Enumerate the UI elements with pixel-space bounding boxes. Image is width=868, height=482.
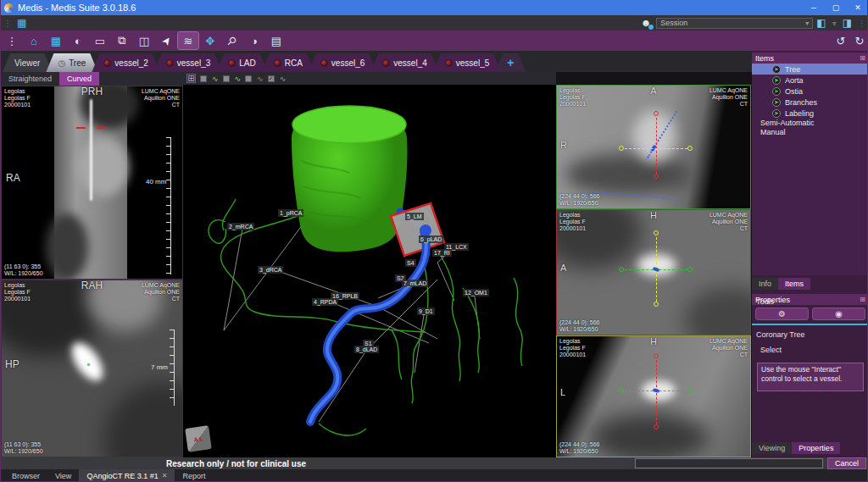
undo-icon[interactable]: ↺ <box>832 32 849 49</box>
cancel-button[interactable]: Cancel <box>827 457 866 469</box>
vessel-label[interactable]: 5_LM <box>405 213 424 220</box>
tab-viewer[interactable]: Viewer <box>3 53 52 72</box>
redo-icon[interactable]: ↻ <box>851 32 868 49</box>
user-session-icon[interactable]: ☻ <box>641 17 652 29</box>
tab-lad[interactable]: LAD <box>216 53 267 72</box>
orientation-label: R <box>560 141 567 148</box>
tab-label: LAD <box>239 58 255 68</box>
show-tree-checkbox[interactable] <box>200 75 207 82</box>
screen-capture-icon[interactable]: ◨ <box>839 17 855 29</box>
window-level-tool-icon[interactable]: ◑ <box>244 32 264 49</box>
item-status-icon: ➤ <box>772 109 781 118</box>
vessel-label[interactable]: S4 <box>405 259 416 267</box>
mpr-view-longitudinal-1[interactable]: LegolasLegolas F20000101 H LUMC AqONEAqu… <box>556 209 751 335</box>
tab-straightened[interactable]: Straightened <box>1 72 59 86</box>
pin-icon[interactable]: ✕ <box>162 472 168 479</box>
workspace: Straightened Curved Legolas Legolas F 20… <box>1 72 868 457</box>
tree-item-labeling[interactable]: ➤Labeling <box>752 108 868 119</box>
stack-scroll-icon[interactable]: ▤ <box>266 32 287 49</box>
vessel-label[interactable]: 6_pLAD <box>419 235 443 243</box>
app-tab-view[interactable]: View <box>47 469 79 482</box>
tab--[interactable]: + <box>495 53 526 72</box>
window-preset-icon[interactable]: ▭ <box>90 32 110 49</box>
toolbar-handle-icon[interactable]: ⋮ <box>2 32 22 49</box>
tab-vessel-6[interactable]: vessel_6 <box>309 53 376 72</box>
chevron-down-icon[interactable]: ▾ <box>830 19 839 28</box>
tab-rca[interactable]: RCA <box>262 53 314 72</box>
voxel-info: (224 44 0): 566W/L: 1920/650 <box>559 319 599 333</box>
tab-vessel-3[interactable]: vessel_3 <box>154 53 222 72</box>
tree-item-aorta[interactable]: ➤Aorta <box>752 75 868 86</box>
vessel-label[interactable]: 1_pRCA <box>278 209 303 217</box>
cross-section-view-rah[interactable]: Legolas Legolas F 20000101 RAH LUMC AqON… <box>1 280 183 457</box>
snapshot-icon[interactable]: ◫ <box>134 32 154 49</box>
straightened-view-prh[interactable]: Legolas Legolas F 20000101 PRH LUMC AqON… <box>1 86 183 280</box>
orientation-cube[interactable]: A L <box>185 425 212 452</box>
vessel-label[interactable]: 7_mLAD <box>402 280 428 287</box>
tab-tree[interactable]: ◷Tree <box>46 53 97 72</box>
views-grid-icon[interactable]: ⊞ <box>186 74 196 83</box>
items-bottom-tabs: Info Items <box>752 278 810 290</box>
reset-view-icon[interactable]: ⌂ <box>24 32 44 49</box>
tab-properties[interactable]: Properties <box>792 442 840 454</box>
panel-menu-icon[interactable]: ⊞ <box>860 296 865 303</box>
app-tab-report[interactable]: Report <box>175 469 213 482</box>
tab-label: vessel_6 <box>331 58 364 68</box>
layout-panes-icon[interactable]: ▦ <box>46 32 66 49</box>
properties-bottom-tabs: Viewing Properties <box>752 442 840 454</box>
chevron-down-icon: ▾ <box>805 19 809 27</box>
show-plane-checkbox[interactable] <box>245 75 252 82</box>
voxel-info: (224 44 0): 566W/L: 1920/650 <box>559 441 599 455</box>
tab-info[interactable]: Info <box>752 278 778 290</box>
screen-layout-icon[interactable]: ◧ <box>813 17 829 29</box>
pointer-tool-icon[interactable]: ➤ <box>153 27 179 53</box>
layout-icon[interactable]: ▦ <box>14 17 29 29</box>
mode-option-semi-automatic[interactable]: Semi-Automatic <box>752 119 868 128</box>
tab-label: vessel_5 <box>456 58 489 68</box>
vessel-label[interactable]: 12_OM1 <box>463 289 489 296</box>
stenosis-marker <box>97 127 106 129</box>
overflow-menu-icon[interactable]: ⋮ <box>855 19 868 28</box>
medis-suite-window: Medis - Medis Suite 3.0.18.6 ─ ▢ ✕ ⋮ ▦ ☻… <box>0 0 868 482</box>
research-disclaimer: Research only / not for clinical use <box>166 459 306 468</box>
zoom-tool-icon[interactable]: ⚲ <box>219 27 245 53</box>
tab-vessel-4[interactable]: vessel_4 <box>370 53 438 72</box>
interact-tool-icon[interactable]: ≋ <box>178 32 198 49</box>
link-views-icon[interactable]: ⧉ <box>112 32 132 49</box>
tab-vessel-2[interactable]: vessel_2 <box>92 53 159 72</box>
show-contours-checkbox[interactable] <box>223 75 230 82</box>
tree-item-ostia[interactable]: ➤Ostia <box>752 86 868 97</box>
tab-items[interactable]: Items <box>778 278 810 290</box>
mpr-view-longitudinal-2[interactable]: LegolasLegolas F20000101 H LUMC AqONEAqu… <box>556 335 751 457</box>
visibility-button[interactable]: ◉ <box>812 307 865 320</box>
trackball-rotate-icon[interactable]: ◐ <box>68 32 88 49</box>
session-dropdown[interactable]: Session ▾ <box>656 18 813 29</box>
app-tab-browser[interactable]: Browser <box>4 469 47 482</box>
vessel-label[interactable]: 2_mRCA <box>227 223 254 230</box>
tab-curved[interactable]: Curved <box>59 72 99 86</box>
orientation-label: RA <box>6 175 20 181</box>
viewport-3d[interactable]: 1_pRCA2_mRCA3_dRCA4_RPDA16_RPLB5_LM6_pLA… <box>183 85 556 457</box>
tree-item-branches[interactable]: ➤Branches <box>752 97 868 108</box>
vessel-label[interactable]: 16_RPLB <box>331 292 359 300</box>
mpr-view-transversal[interactable]: LegolasLegolas F20000101 A LUMC AqONEAqu… <box>556 85 751 209</box>
voxel-info: (11 63 0): 355 W/L: 1920/650 <box>4 441 43 455</box>
show-labels-checkbox[interactable]: ✓ <box>268 75 275 82</box>
vessel-label[interactable]: 17_RI <box>432 249 452 257</box>
panel-menu-icon[interactable]: ⊞ <box>860 54 865 62</box>
settings-gear-button[interactable]: ⚙ <box>755 307 809 320</box>
vessel-label[interactable]: 8_dLAD <box>354 346 379 353</box>
vessel-glyph-icon: ∿ <box>257 75 264 83</box>
pan-tool-icon[interactable]: ✥ <box>200 32 220 49</box>
app-tab-qangioct-re-3-1-1[interactable]: QAngioCT RE 3.1 #1✕ <box>79 469 175 482</box>
items-tree: ➤Tree➤Aorta➤Ostia➤Branches➤LabelingSemi-… <box>752 64 868 275</box>
tab-viewing[interactable]: Viewing <box>752 442 792 454</box>
tree-item-tree[interactable]: ➤Tree <box>752 64 868 75</box>
close-button[interactable]: ✕ <box>847 0 868 15</box>
tab-vessel-5[interactable]: vessel_5 <box>433 53 501 72</box>
vessel-label[interactable]: 3_dRCA <box>258 266 283 274</box>
maximize-button[interactable]: ▢ <box>825 0 847 15</box>
vessel-label[interactable]: 9_D1 <box>417 307 435 315</box>
minimize-button[interactable]: ─ <box>803 0 825 15</box>
mode-option-manual[interactable]: Manual <box>752 128 868 137</box>
